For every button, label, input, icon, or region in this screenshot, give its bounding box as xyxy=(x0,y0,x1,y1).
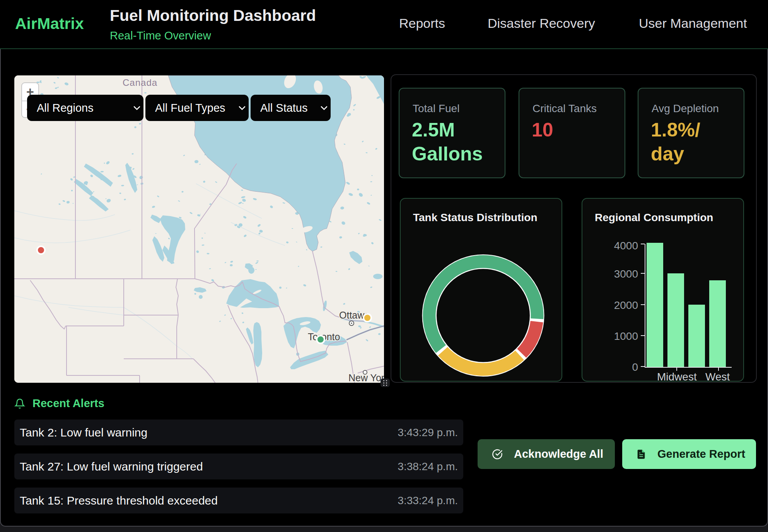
svg-text:Canada: Canada xyxy=(123,77,157,88)
